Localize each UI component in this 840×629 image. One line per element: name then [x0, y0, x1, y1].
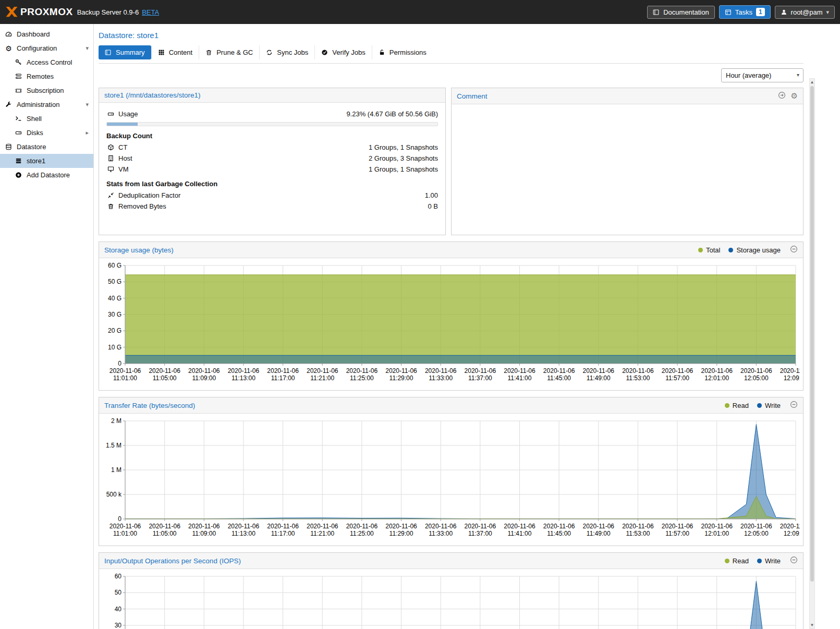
panel-header: Comment ⚙: [452, 88, 803, 104]
tabbar: SummaryContentPrune & GCSync JobsVerify …: [99, 45, 840, 59]
legend-item-storage-usage[interactable]: Storage usage: [728, 246, 781, 254]
tab-label: Verify Jobs: [332, 49, 366, 56]
sidebar: Dashboard⚙Configuration▾Access ControlRe…: [0, 24, 94, 629]
panel-tools: TotalStorage usage: [698, 245, 798, 255]
svg-text:500 k: 500 k: [106, 491, 122, 498]
legend-item-write[interactable]: Write: [757, 402, 781, 409]
vertical-scrollbar[interactable]: ▲ ▼: [809, 78, 815, 629]
brand-name: PROXMOX: [20, 6, 73, 18]
svg-text:11:21:00: 11:21:00: [310, 530, 334, 537]
panel-tools: ReadWrite: [725, 556, 798, 565]
edit-comment-icon[interactable]: [778, 91, 786, 101]
legend-item-read[interactable]: Read: [725, 402, 749, 409]
collapse-chart-icon[interactable]: [790, 556, 798, 565]
svg-text:1 M: 1 M: [111, 466, 121, 474]
content: Datastore: store1 SummaryContentPrune & …: [94, 24, 840, 629]
row-value: 2 Groups, 3 Snapshots: [369, 154, 438, 162]
terminal-icon: [15, 115, 22, 122]
usage-value: 9.23% (4.67 GiB of 50.56 GiB): [346, 110, 438, 118]
scrollbar-thumb[interactable]: [810, 86, 814, 582]
sidebar-item-label: Administration: [17, 101, 59, 108]
svg-text:2020-11-06: 2020-11-06: [109, 367, 141, 374]
scroll-up-icon[interactable]: ▲: [810, 79, 814, 86]
sidebar-item-shell[interactable]: Shell: [0, 112, 93, 126]
transfer-rate-chart-panel: Transfer Rate (bytes/second) ReadWrite 0…: [99, 397, 804, 546]
sidebar-item-datastore[interactable]: Datastore: [0, 140, 93, 154]
sidebar-item-dashboard[interactable]: Dashboard: [0, 27, 93, 41]
trash-icon: [205, 49, 212, 56]
sidebar-item-store1[interactable]: store1: [0, 154, 93, 168]
chart-canvas: 010 G20 G30 G40 G50 G60 G2020-11-0611:01…: [99, 258, 803, 390]
svg-text:12:09:00: 12:09:00: [784, 530, 800, 537]
svg-text:11:49:00: 11:49:00: [587, 530, 611, 537]
product-version: Backup Server 0.9-6: [77, 8, 139, 16]
panel-header: Transfer Rate (bytes/second) ReadWrite: [99, 397, 803, 414]
legend-item-read[interactable]: Read: [725, 557, 749, 565]
sidebar-item-subscription[interactable]: Subscription: [0, 83, 93, 98]
user-menu-button[interactable]: root@pam ▾: [775, 6, 835, 19]
row-value: 1 Groups, 1 Snapshots: [369, 165, 438, 173]
sidebar-item-add-datastore[interactable]: Add Datastore: [0, 168, 93, 182]
chevron-down-icon[interactable]: ▾: [86, 45, 89, 52]
svg-text:12:01:00: 12:01:00: [704, 530, 729, 537]
gc-stats-title: Stats from last Garbage Collection: [106, 180, 438, 188]
scroll-down-icon[interactable]: ▼: [810, 622, 814, 628]
svg-text:2020-11-06: 2020-11-06: [701, 523, 733, 530]
legend-item-write[interactable]: Write: [757, 557, 781, 565]
tasks-label: Tasks: [735, 8, 752, 16]
sidebar-item-administration[interactable]: Administration▾: [0, 98, 93, 112]
svg-text:40 G: 40 G: [108, 295, 121, 302]
svg-text:60 G: 60 G: [108, 262, 121, 269]
chart-legend: TotalStorage usage: [698, 246, 781, 254]
svg-text:2020-11-06: 2020-11-06: [385, 523, 417, 530]
svg-text:2020-11-06: 2020-11-06: [780, 367, 800, 374]
wrench-icon: [5, 101, 13, 108]
svg-text:2 M: 2 M: [111, 417, 121, 425]
collapse-chart-icon[interactable]: [790, 245, 798, 255]
sidebar-item-access-control[interactable]: Access Control: [0, 55, 93, 69]
svg-text:11:37:00: 11:37:00: [468, 374, 492, 382]
svg-text:11:09:00: 11:09:00: [192, 374, 216, 382]
beta-link[interactable]: BETA: [142, 8, 159, 16]
chevron-down-icon[interactable]: ▾: [86, 101, 89, 108]
layers-icon: [15, 158, 22, 164]
legend-dot: [728, 248, 733, 252]
sidebar-item-label: Datastore: [17, 143, 46, 151]
tab-permissions[interactable]: Permissions: [372, 45, 433, 59]
tab-prune-gc[interactable]: Prune & GC: [199, 45, 259, 59]
chevron-right-icon[interactable]: ▸: [86, 129, 89, 136]
tab-summary[interactable]: Summary: [99, 45, 151, 59]
usage-progressbar: [106, 122, 438, 126]
svg-text:12:05:00: 12:05:00: [744, 374, 769, 382]
sidebar-item-configuration[interactable]: ⚙Configuration▾: [0, 41, 93, 55]
gc-row-deduplication-factor: Deduplication Factor1.00: [106, 190, 438, 200]
legend-label: Write: [765, 402, 781, 409]
tab-label: Prune & GC: [216, 49, 253, 56]
svg-text:12:05:00: 12:05:00: [744, 530, 769, 537]
svg-text:11:21:00: 11:21:00: [310, 374, 334, 382]
tab-sync-jobs[interactable]: Sync Jobs: [259, 45, 314, 59]
svg-text:2020-11-06: 2020-11-06: [425, 523, 457, 530]
compress-icon: [106, 192, 115, 199]
tab-label: Permissions: [389, 49, 427, 56]
svg-text:11:41:00: 11:41:00: [508, 530, 532, 537]
sidebar-item-label: Access Control: [27, 58, 72, 66]
documentation-button[interactable]: Documentation: [647, 6, 714, 19]
tasks-button[interactable]: Tasks 1: [719, 5, 771, 19]
svg-text:2020-11-06: 2020-11-06: [307, 523, 338, 530]
gear-icon[interactable]: ⚙: [791, 91, 798, 101]
legend-label: Storage usage: [736, 246, 781, 254]
tab-verify-jobs[interactable]: Verify Jobs: [314, 45, 372, 59]
timeframe-select[interactable]: Hour (average) ▾: [721, 68, 804, 82]
backup-row-ct: CT1 Groups, 1 Snapshots: [106, 142, 438, 152]
sidebar-item-disks[interactable]: Disks▸: [0, 126, 93, 140]
legend-item-total[interactable]: Total: [698, 246, 720, 254]
usage-label: Usage: [118, 110, 138, 118]
collapse-chart-icon[interactable]: [790, 401, 798, 410]
svg-text:11:01:00: 11:01:00: [113, 530, 137, 537]
svg-text:2020-11-06: 2020-11-06: [228, 367, 260, 374]
sidebar-item-remotes[interactable]: Remotes: [0, 69, 93, 83]
svg-text:2020-11-06: 2020-11-06: [662, 367, 693, 374]
tab-content[interactable]: Content: [151, 45, 199, 59]
tasks-icon: [725, 9, 732, 16]
